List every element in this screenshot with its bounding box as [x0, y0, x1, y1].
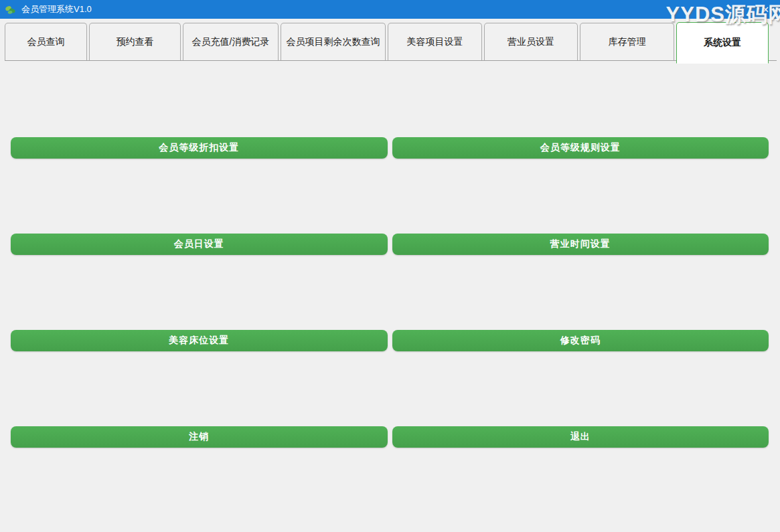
- title-bar[interactable]: 会员管理系统V1.0 – □ ✕: [0, 0, 780, 19]
- tab-5[interactable]: 美容项目设置: [388, 23, 482, 61]
- tab-label: 预约查看: [116, 36, 154, 48]
- tab-4[interactable]: 会员项目剩余次数查询: [281, 23, 386, 61]
- app-leaf-icon: [5, 4, 16, 15]
- minimize-button[interactable]: –: [700, 0, 726, 19]
- tab-label: 营业员设置: [508, 36, 554, 48]
- tab-label: 库存管理: [609, 36, 646, 48]
- settings-button-grid: 会员等级折扣设置会员等级规则设置会员日设置营业时间设置美容床位设置修改密码注销退…: [0, 61, 780, 448]
- minimize-icon: –: [711, 5, 716, 14]
- tab-label: 美容项目设置: [407, 36, 463, 48]
- maximize-button[interactable]: □: [726, 0, 753, 19]
- change-password-button[interactable]: 修改密码: [392, 330, 769, 351]
- member-level-discount-settings-button[interactable]: 会员等级折扣设置: [11, 137, 388, 159]
- tab-6[interactable]: 营业员设置: [484, 23, 578, 61]
- tab-strip: 会员查询预约查看会员充值/消费记录会员项目剩余次数查询美容项目设置营业员设置库存…: [5, 22, 775, 61]
- tab-7[interactable]: 库存管理: [580, 23, 674, 61]
- tab-2[interactable]: 预约查看: [89, 23, 181, 61]
- window-title: 会员管理系统V1.0: [21, 3, 92, 15]
- exit-button[interactable]: 退出: [392, 426, 769, 448]
- window-controls: – □ ✕: [700, 0, 779, 19]
- tab-label: 会员查询: [27, 36, 65, 48]
- tab-label: 会员项目剩余次数查询: [287, 36, 380, 48]
- tab-label: 会员充值/消费记录: [192, 36, 270, 48]
- beauty-bed-settings-button[interactable]: 美容床位设置: [11, 330, 388, 351]
- member-level-rules-settings-button[interactable]: 会员等级规则设置: [392, 137, 769, 159]
- logout-button[interactable]: 注销: [11, 426, 388, 448]
- close-icon: ✕: [762, 5, 769, 14]
- tab-1[interactable]: 会员查询: [5, 23, 87, 61]
- tab-3[interactable]: 会员充值/消费记录: [183, 23, 279, 61]
- business-hours-settings-button[interactable]: 营业时间设置: [392, 234, 769, 255]
- tab-8[interactable]: 系统设置: [676, 22, 769, 64]
- maximize-icon: □: [736, 5, 743, 13]
- tab-label: 系统设置: [704, 37, 741, 49]
- member-day-settings-button[interactable]: 会员日设置: [11, 234, 388, 255]
- member-management-window: { "window": { "title": "会员管理系统V1.0", "wa…: [0, 0, 780, 532]
- close-button[interactable]: ✕: [753, 0, 779, 19]
